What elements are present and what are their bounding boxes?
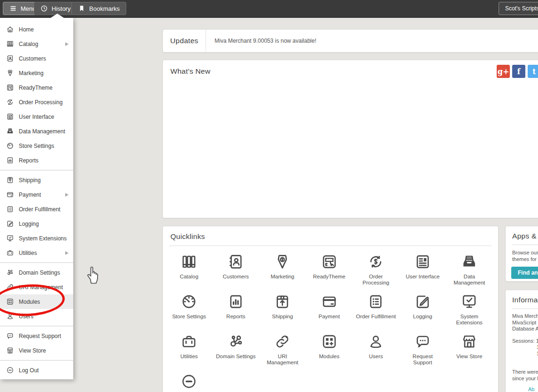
menu-item-label: Request Support bbox=[19, 333, 69, 339]
store-settings-icon bbox=[180, 293, 198, 310]
history-button[interactable]: History bbox=[34, 2, 77, 15]
quicklink-catalog[interactable]: Catalog bbox=[166, 253, 213, 293]
menu-item-order-processing[interactable]: Order Processing bbox=[0, 95, 73, 109]
quicklinks-title: Quicklinks bbox=[163, 226, 498, 246]
quicklink-logging[interactable]: Logging bbox=[400, 293, 446, 333]
google-plus-icon[interactable]: g+ bbox=[497, 65, 510, 78]
quicklink-readytheme[interactable]: ReadyTheme bbox=[306, 253, 353, 293]
quicklink-modules[interactable]: Modules bbox=[306, 333, 353, 373]
menu-item-label: Log Out bbox=[19, 367, 69, 374]
menu-item-label: Order Processing bbox=[19, 99, 69, 106]
quicklink-store-settings[interactable]: Store Settings bbox=[166, 293, 213, 333]
menu-item-order-fulfillment[interactable]: Order Fulfillment bbox=[0, 202, 73, 216]
menu-item-view-store[interactable]: View Store bbox=[0, 343, 73, 358]
quicklink-customers[interactable]: Customers bbox=[213, 253, 260, 293]
utilities-icon bbox=[6, 249, 14, 257]
modules-icon bbox=[321, 333, 338, 350]
info-gap bbox=[512, 332, 538, 338]
payment-icon bbox=[321, 293, 338, 310]
account-button[interactable]: Scot's Scripts M bbox=[499, 2, 538, 15]
facebook-icon[interactable]: f bbox=[512, 65, 525, 78]
quicklink-label: Catalog bbox=[169, 274, 209, 280]
menu-item-user-interface[interactable]: User Interface bbox=[0, 109, 73, 124]
menu-item-payment[interactable]: Payment bbox=[0, 187, 73, 202]
menu-item-system-extensions[interactable]: System Extensions bbox=[0, 231, 73, 246]
menu-item-customers[interactable]: Customers bbox=[0, 51, 73, 66]
user-interface-icon bbox=[414, 253, 431, 270]
user-interface-icon bbox=[6, 113, 14, 121]
hamburger-icon bbox=[9, 5, 17, 12]
menu-item-label: Customers bbox=[19, 55, 69, 62]
whats-new-card: What's New g+ft bbox=[162, 60, 538, 218]
chevron-right-icon bbox=[65, 193, 69, 197]
menu-item-reports[interactable]: Reports bbox=[0, 153, 73, 168]
users-icon bbox=[367, 333, 384, 350]
quicklink-users[interactable]: Users bbox=[353, 333, 400, 373]
quicklink-utilities[interactable]: Utilities bbox=[166, 333, 213, 373]
quicklink-domain-settings[interactable]: Domain Settings bbox=[213, 333, 260, 373]
order-processing-icon bbox=[367, 253, 384, 270]
information-card: Informa Miva MerchMivaScriptDatabase ASe… bbox=[505, 290, 538, 392]
marketing-icon bbox=[6, 69, 14, 77]
menu-item-modules[interactable]: Modules bbox=[0, 294, 73, 309]
store-settings-icon bbox=[6, 142, 14, 150]
quicklink-payment[interactable]: Payment bbox=[306, 293, 353, 333]
info-line: 1 bbox=[512, 351, 538, 357]
menu-divider bbox=[0, 360, 73, 361]
menu-item-label: Data Management bbox=[19, 128, 69, 135]
quicklink-data-management[interactable]: Data Management bbox=[446, 253, 493, 293]
menu-item-catalog[interactable]: Catalog bbox=[0, 37, 73, 51]
readytheme-icon bbox=[6, 84, 14, 92]
quicklink-request-support[interactable]: Request Support bbox=[400, 333, 446, 373]
menu-item-marketing[interactable]: Marketing bbox=[0, 66, 73, 80]
twitter-icon[interactable]: t bbox=[528, 65, 538, 78]
quicklink-uri-management[interactable]: URI Management bbox=[259, 333, 306, 373]
request-support-icon bbox=[6, 332, 14, 340]
quicklink-order-processing[interactable]: Order Processing bbox=[353, 253, 400, 293]
quicklink-shipping[interactable]: Shipping bbox=[259, 293, 306, 333]
menu-item-store-settings[interactable]: Store Settings bbox=[0, 138, 73, 153]
menu-item-request-support[interactable]: Request Support bbox=[0, 329, 73, 343]
updates-bar: Updates Miva Merchant 9.00053 is now ava… bbox=[162, 29, 538, 53]
menu-item-readytheme[interactable]: ReadyTheme bbox=[0, 80, 73, 95]
menu-item-home[interactable]: Home bbox=[0, 22, 73, 37]
menu-item-shipping[interactable]: Shipping bbox=[0, 173, 73, 187]
find-app-button[interactable]: Find an bbox=[511, 267, 538, 279]
request-support-icon bbox=[414, 333, 431, 350]
info-line: 1 bbox=[512, 344, 538, 351]
menu-item-label: Utilities bbox=[19, 250, 65, 256]
menu-item-data-management[interactable]: Data Management bbox=[0, 124, 73, 138]
bookmarks-button[interactable]: Bookmarks bbox=[71, 2, 126, 15]
modules-icon bbox=[6, 298, 14, 306]
shipping-icon bbox=[274, 293, 291, 310]
quicklink-label: Shipping bbox=[262, 314, 303, 320]
apps-text-line: themes for bbox=[512, 256, 538, 262]
menu-item-label: Reports bbox=[19, 157, 69, 164]
menu-item-utilities[interactable]: Utilities bbox=[0, 246, 73, 260]
quicklink-label: Order Fulfillment bbox=[356, 314, 396, 320]
menu-item-label: Logging bbox=[19, 221, 69, 227]
quicklink-user-interface[interactable]: User Interface bbox=[400, 253, 446, 293]
quicklink-order-fulfillment[interactable]: Order Fulfillment bbox=[353, 293, 400, 333]
menu-item-log-out[interactable]: Log Out bbox=[0, 363, 73, 377]
quicklink-marketing[interactable]: Marketing bbox=[259, 253, 306, 293]
info-link[interactable]: Ab bbox=[512, 386, 538, 392]
quicklink-label: URI Management bbox=[262, 354, 303, 366]
menu-item-uri-management[interactable]: URI Management bbox=[0, 280, 73, 294]
apps-themes-title: Apps & bbox=[506, 226, 538, 245]
quicklink-log-out[interactable]: Log Out bbox=[166, 373, 213, 392]
quicklink-label: View Store bbox=[449, 354, 490, 360]
info-line: Miva Merch bbox=[512, 313, 538, 320]
quicklink-view-store[interactable]: View Store bbox=[446, 333, 493, 373]
quicklink-label: Customers bbox=[215, 274, 256, 280]
menu-item-label: Users bbox=[19, 313, 69, 320]
quicklink-reports[interactable]: Reports bbox=[213, 293, 260, 333]
order-fulfillment-icon bbox=[6, 205, 14, 213]
menu-item-logging[interactable]: Logging bbox=[0, 216, 73, 231]
quicklink-label: Modules bbox=[309, 354, 349, 360]
menu-item-domain-settings[interactable]: Domain Settings bbox=[0, 265, 73, 280]
menu-item-users[interactable]: Users bbox=[0, 309, 73, 323]
quicklink-system-extensions[interactable]: System Extensions bbox=[446, 293, 493, 333]
menu-dropdown: HomeCatalogCustomersMarketingReadyThemeO… bbox=[0, 18, 73, 379]
payment-icon bbox=[6, 191, 14, 199]
